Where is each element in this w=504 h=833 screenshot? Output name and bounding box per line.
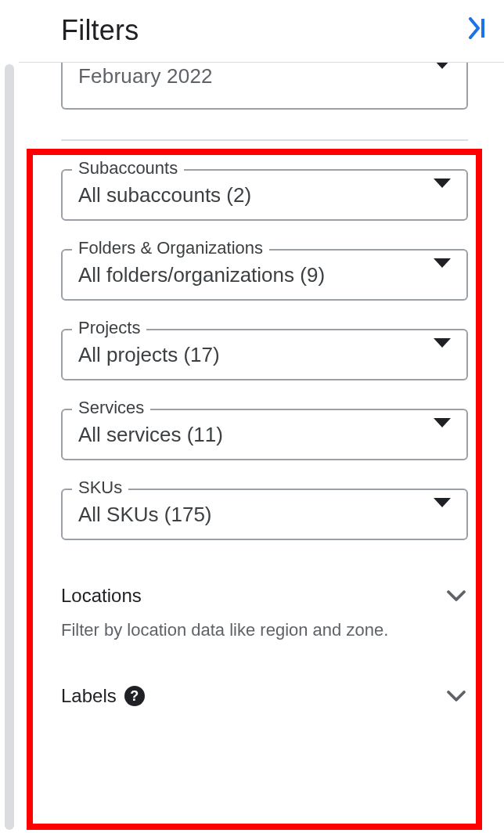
labels-header[interactable]: Labels ? bbox=[61, 684, 468, 708]
section-divider bbox=[61, 139, 468, 141]
chevron-down-icon bbox=[445, 584, 468, 608]
caret-down-icon bbox=[434, 507, 451, 521]
projects-label: Projects bbox=[72, 318, 146, 338]
skus-filter: SKUs All SKUs (175) bbox=[61, 489, 468, 540]
skus-label: SKUs bbox=[72, 478, 128, 498]
locations-section: Locations Filter by location data like r… bbox=[61, 584, 468, 640]
folders-value: All folders/organizations (9) bbox=[78, 263, 325, 287]
services-label: Services bbox=[72, 398, 150, 418]
labels-section: Labels ? bbox=[61, 684, 468, 708]
caret-down-icon bbox=[434, 69, 451, 83]
services-value: All services (11) bbox=[78, 423, 223, 447]
vertical-scrollbar[interactable] bbox=[5, 64, 14, 830]
svg-rect-0 bbox=[481, 19, 484, 38]
projects-value: All projects (17) bbox=[78, 343, 220, 367]
collapse-panel-button[interactable] bbox=[468, 17, 490, 45]
help-icon[interactable]: ? bbox=[124, 686, 145, 706]
panel-content: February 2022 Subaccounts All subaccount… bbox=[19, 63, 504, 708]
skus-value: All SKUs (175) bbox=[78, 503, 212, 527]
filters-panel-root: Filters February 2022 Subaccounts All su… bbox=[0, 0, 504, 833]
date-range-dropdown[interactable]: February 2022 bbox=[61, 63, 468, 110]
date-range-value: February 2022 bbox=[78, 64, 213, 88]
filters-panel: Filters February 2022 Subaccounts All su… bbox=[19, 0, 504, 833]
caret-down-icon bbox=[434, 268, 451, 282]
locations-title: Locations bbox=[61, 585, 142, 607]
services-filter: Services All services (11) bbox=[61, 409, 468, 460]
caret-down-icon bbox=[434, 188, 451, 202]
chevron-right-icon bbox=[468, 17, 488, 45]
chevron-down-icon bbox=[445, 684, 468, 708]
folders-label: Folders & Organizations bbox=[72, 238, 269, 258]
locations-subtitle: Filter by location data like region and … bbox=[61, 620, 468, 640]
panel-header: Filters bbox=[19, 0, 504, 62]
subaccounts-value: All subaccounts (2) bbox=[78, 183, 251, 207]
panel-title: Filters bbox=[61, 14, 139, 47]
locations-header[interactable]: Locations bbox=[61, 584, 468, 608]
subaccounts-filter: Subaccounts All subaccounts (2) bbox=[61, 169, 468, 221]
folders-filter: Folders & Organizations All folders/orga… bbox=[61, 249, 468, 301]
caret-down-icon bbox=[434, 348, 451, 362]
subaccounts-label: Subaccounts bbox=[72, 158, 184, 178]
labels-title: Labels bbox=[61, 685, 117, 707]
filter-group: Subaccounts All subaccounts (2) Folders … bbox=[61, 169, 468, 708]
projects-filter: Projects All projects (17) bbox=[61, 329, 468, 380]
caret-down-icon bbox=[434, 427, 451, 442]
